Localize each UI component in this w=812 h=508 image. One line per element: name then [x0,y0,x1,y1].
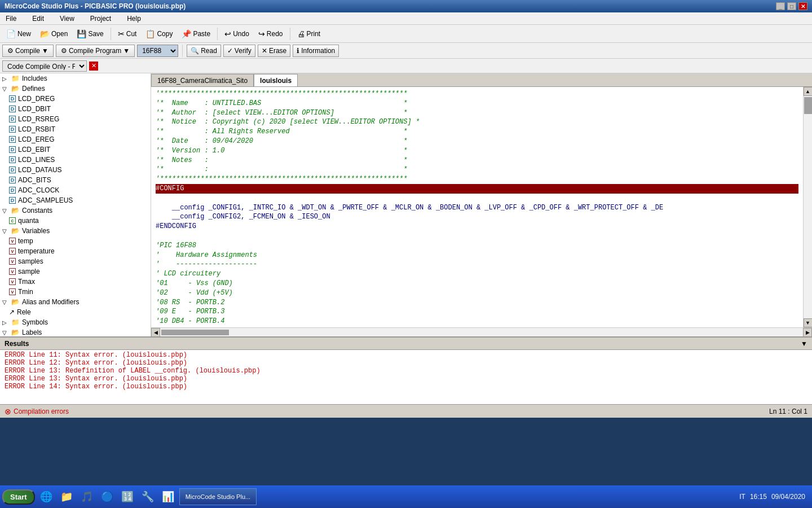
sidebar-item-defines[interactable]: ▽ 📂 Defines [0,84,151,94]
cut-icon: ✂ [118,29,125,38]
copy-icon: 📋 [145,29,155,38]
sidebar-label-lcd-rsreg: LCD_RSREG [18,115,59,123]
taskbar-language: IT [739,493,745,501]
new-button[interactable]: 📄 New [2,27,35,41]
sidebar-item-tmax[interactable]: v Tmax [0,277,151,287]
scroll-thumb[interactable] [804,97,812,114]
c-icon-quanta: c [9,217,16,224]
read-button[interactable]: 🔍 Read [187,45,221,57]
taskbar-microcode-app[interactable]: MicroCode Studio Plu... [179,488,257,505]
taskbar-tools-icon[interactable]: 🔧 [139,488,157,506]
sidebar-item-lcd-rsreg[interactable]: D LCD_RSREG [0,114,151,124]
error-line-1: ERROR Line 11: Syntax error. (louislouis… [5,351,807,359]
taskbar-folder-icon[interactable]: 📁 [58,488,76,506]
folder-includes-icon: 📁 [11,75,20,82]
sidebar-item-adc-bits[interactable]: D ADC_BITS [0,175,151,185]
sidebar-label-lcd-lines: LCD_LINES [18,156,55,164]
taskbar-media-icon[interactable]: 🎵 [78,488,96,506]
code-editor[interactable]: '***************************************… [151,87,803,327]
codemode-selector[interactable]: Code Compile Only - F9 [2,60,87,72]
sidebar-item-temp[interactable]: v temp [0,236,151,246]
sidebar-item-lcd-dreg[interactable]: D LCD_DREG [0,94,151,104]
sidebar-item-samples[interactable]: v samples [0,256,151,266]
paste-button[interactable]: 📌 Paste [178,27,214,41]
sidebar-item-lcd-lines[interactable]: D LCD_LINES [0,155,151,165]
sidebar-item-labels[interactable]: ▽ 📂 Labels [0,327,151,336]
sidebar-item-lcd-rsbit[interactable]: D LCD_RSBIT [0,124,151,134]
menu-help[interactable]: Help [123,14,144,24]
sidebar-item-tmin[interactable]: v Tmin [0,287,151,297]
hscroll-thumb[interactable] [161,330,229,335]
sidebar-item-adc-clock[interactable]: D ADC_CLOCK [0,185,151,195]
paste-icon: 📌 [182,29,191,38]
sidebar-item-temperature[interactable]: v temperature [0,246,151,256]
minimize-button[interactable]: _ [776,2,785,10]
sidebar-item-constants[interactable]: ▽ 📂 Constants [0,205,151,216]
redo-button[interactable]: ↪ Redo [254,27,287,41]
hscroll-right-arrow[interactable]: ▶ [803,328,812,337]
results-panel: Results ▼ ERROR Line 11: Syntax error. (… [0,336,812,404]
print-button[interactable]: 🖨 Print [293,27,325,41]
sidebar-item-quanta[interactable]: c quanta [0,216,151,226]
scroll-up-arrow[interactable]: ▲ [804,87,813,96]
menu-edit[interactable]: Edit [29,14,47,24]
taskbar-calc-icon[interactable]: 🔢 [118,488,136,506]
sidebar-item-adc-sampleus[interactable]: D ADC_SAMPLEUS [0,195,151,205]
sidebar-item-lcd-ebit[interactable]: D LCD_EBIT [0,144,151,155]
sidebar-label-constants: Constants [22,207,52,214]
hscroll-left-arrow[interactable]: ◀ [151,328,160,337]
maximize-button[interactable]: □ [787,2,796,10]
tab-louislouis[interactable]: louislouis [254,74,298,86]
start-button[interactable]: Start [2,489,35,505]
collapse-symbols-icon: ▷ [2,319,9,326]
open-button[interactable]: 📂 Open [36,27,72,41]
redo-icon: ↪ [258,29,265,38]
print-icon: 🖨 [297,29,305,38]
taskbar-chrome-icon[interactable]: 🔵 [98,488,116,506]
folder-symbols-icon: 📁 [11,318,20,326]
undo-icon: ↩ [224,29,231,38]
sidebar-item-symbols[interactable]: ▷ 📁 Symbols [0,317,151,327]
erase-button[interactable]: ✕ Erase [258,45,290,57]
sidebar-label-defines: Defines [22,85,45,93]
copy-button[interactable]: 📋 Copy [142,27,176,41]
alias-icon-rele: ↗ [9,308,15,316]
compile-button[interactable]: ⚙ Compile ▼ [2,45,54,57]
taskbar-app2-icon[interactable]: 📊 [159,488,177,506]
menu-file[interactable]: File [2,14,20,24]
tab-camera[interactable]: 16F88_CameraClimatica_Sito [151,74,254,86]
sidebar-item-rele[interactable]: ↗ Rele [0,307,151,317]
sidebar-item-lcd-dbit[interactable]: D LCD_DBIT [0,104,151,114]
sidebar-item-lcd-dataus[interactable]: D LCD_DATAUS [0,165,151,175]
taskbar-ie-icon[interactable]: 🌐 [37,488,55,506]
save-button[interactable]: 💾 Save [73,27,107,41]
sidebar-label-alias: Alias and Modifiers [22,298,79,306]
sidebar-item-lcd-ereg[interactable]: D LCD_EREG [0,134,151,144]
cut-button[interactable]: ✂ Cut [114,27,141,41]
v-icon-tmin: v [9,288,16,295]
sidebar-item-includes[interactable]: ▷ 📁 Includes [0,73,151,84]
sidebar-label-sample: sample [18,268,40,275]
sidebar-item-variables[interactable]: ▽ 📂 Variables [0,226,151,236]
close-button[interactable]: ✕ [798,2,807,10]
separator-compile [182,45,183,57]
verify-button[interactable]: ✓ Verify [223,45,255,57]
d-icon-lcd-ereg: D [9,136,16,143]
compile-program-button[interactable]: ⚙ Compile Program ▼ [56,45,135,57]
sidebar-item-sample[interactable]: v sample [0,266,151,277]
undo-button[interactable]: ↩ Undo [220,27,253,41]
erase-icon: ✕ [262,47,267,55]
sidebar-item-alias[interactable]: ▽ 📂 Alias and Modifiers [0,297,151,307]
v-icon-temperature: v [9,248,16,255]
chip-selector[interactable]: 16F8816F84A18F452 [137,45,178,57]
compile-program-dropdown-arrow: ▼ [123,47,130,55]
information-button[interactable]: ℹ Information [293,45,339,57]
titlebar-title: MicroCode Studio Plus - PICBASIC PRO (lo… [5,2,186,10]
scroll-down-arrow[interactable]: ▼ [804,318,813,327]
sidebar-label-adc-bits: ADC_BITS [18,176,51,184]
menu-view[interactable]: View [56,14,78,24]
menu-project[interactable]: Project [87,14,114,24]
codemode-close-button[interactable]: ✕ [89,62,98,71]
collapse-alias-icon: ▽ [2,299,9,305]
d-icon-adc-clock: D [9,187,16,194]
